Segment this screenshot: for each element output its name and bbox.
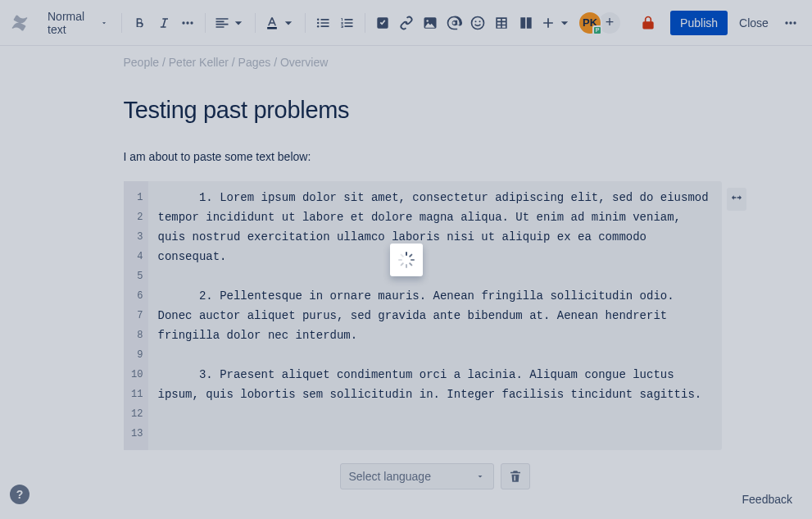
loading-spinner xyxy=(390,244,423,276)
spinner-icon xyxy=(398,252,415,268)
loading-overlay xyxy=(0,0,812,519)
